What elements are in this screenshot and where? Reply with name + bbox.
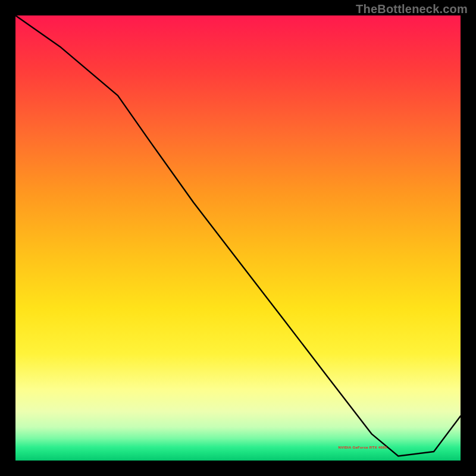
bottleneck-curve xyxy=(15,15,461,461)
chart-frame: TheBottleneck.com NVIDIA GeForce RTX 408… xyxy=(0,0,476,476)
plot-area: NVIDIA GeForce RTX 4080 xyxy=(15,15,461,461)
gpu-label: NVIDIA GeForce RTX 4080 xyxy=(339,446,387,449)
watermark-label: TheBottleneck.com xyxy=(356,2,468,16)
